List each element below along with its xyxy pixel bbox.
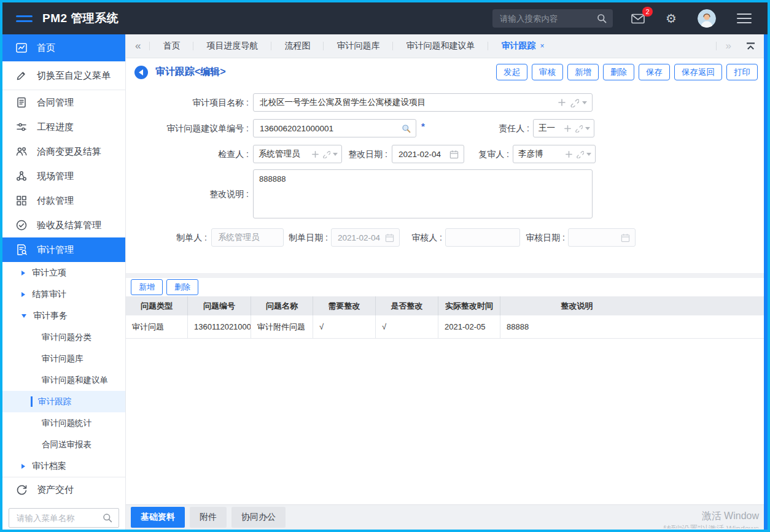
collapse-tabs-icon[interactable] <box>740 42 764 50</box>
column-header: 实际整改时间 <box>438 296 500 315</box>
tab-audit-tracking[interactable]: 审计跟踪 × <box>488 34 557 58</box>
global-search-input[interactable] <box>499 13 597 24</box>
sidebar-item-audit[interactable]: 审计管理 <box>2 237 125 262</box>
network-icon <box>15 170 28 182</box>
review-button[interactable]: 审核 <box>532 64 563 80</box>
sidebar-item-settlement-audit[interactable]: 结算审计 <box>2 283 125 305</box>
sidebar-item-label: 首页 <box>37 42 55 54</box>
plus-icon[interactable] <box>564 125 572 133</box>
column-header: 整改说明 <box>500 296 764 315</box>
tab-audit-issue-library[interactable]: 审计问题库 <box>324 34 392 58</box>
messages-button[interactable]: 2 <box>631 13 645 24</box>
selected-indicator <box>31 396 33 407</box>
reviewer-input[interactable] <box>517 149 562 160</box>
open-tabs-bar: « 首页 项目进度导航 流程图 审计问题库 审计问题和建议单 审计跟踪 × » <box>126 34 764 58</box>
sidebar-item-contract-review-report[interactable]: 合同送审报表 <box>2 434 125 455</box>
initiate-button[interactable]: 发起 <box>496 64 527 80</box>
sidebar-item-label: 审计档案 <box>32 461 66 472</box>
more-menu-button[interactable] <box>737 13 752 23</box>
column-header: 需要整改 <box>313 296 376 315</box>
sidebar-item-acceptance[interactable]: 验收及结算管理 <box>2 213 125 237</box>
doc-search-icon <box>15 244 28 256</box>
tab-audit-issue-suggestion[interactable]: 审计问题和建议单 <box>393 34 488 58</box>
tab-flow-chart[interactable]: 流程图 <box>271 34 323 58</box>
grid-icon <box>15 195 28 207</box>
audit-tracking-form: 审计项目名称 : 审计问题建议单编号 : * 责任人 : <box>126 86 764 273</box>
sidebar-item-audit-archive[interactable]: 审计档案 <box>2 455 125 477</box>
delete-button[interactable]: 删除 <box>603 64 634 80</box>
sidebar-toggle-icon[interactable] <box>16 15 33 22</box>
rectify-note-textarea[interactable]: 888888 <box>253 169 593 218</box>
dropdown-caret-icon[interactable] <box>586 153 591 156</box>
tabs-scroll-right-icon[interactable]: » <box>717 40 740 52</box>
audit-date-input <box>574 233 618 243</box>
sidebar-item-label: 审计问题统计 <box>42 418 91 429</box>
detail-add-button[interactable]: 新增 <box>131 279 163 295</box>
app-window: PM2 管理系统 2 ⚙ <box>0 0 770 532</box>
sidebar-item-negotiation[interactable]: 洽商变更及结算 <box>2 139 125 164</box>
cell-issue-no: 13601120210000 <box>188 315 251 339</box>
sidebar-item-progress[interactable]: 工程进度 <box>2 115 125 139</box>
sidebar-item-custom-menu[interactable]: 切换至自定义菜单 <box>2 61 125 90</box>
audit-date-label: 审核日期 : <box>513 228 565 247</box>
plus-icon[interactable] <box>558 98 566 107</box>
sidebar-item-audit-issue-category[interactable]: 审计问题分类 <box>2 326 125 348</box>
tabs-right-controls: » <box>716 40 764 52</box>
responsible-input[interactable] <box>537 123 561 134</box>
save-return-button[interactable]: 保存返回 <box>674 64 722 80</box>
search-icon[interactable] <box>597 13 607 23</box>
sidebar-item-payment[interactable]: 付款管理 <box>2 188 125 213</box>
sidebar-item-audit-issue-stats[interactable]: 审计问题统计 <box>2 412 125 434</box>
sidebar-item-label: 审计管理 <box>37 244 74 256</box>
unlink-icon[interactable] <box>575 150 584 158</box>
dropdown-caret-icon[interactable] <box>585 127 590 130</box>
sidebar-item-audit-affairs[interactable]: 审计事务 <box>2 305 125 326</box>
suggestion-no-input[interactable] <box>259 123 399 134</box>
column-header: 问题类型 <box>126 296 188 315</box>
sidebar-item-audit-issue-suggestion[interactable]: 审计问题和建议单 <box>2 369 125 391</box>
bottom-tab-collaboration[interactable]: 协同办公 <box>231 507 286 528</box>
tabs-scroll-left-icon[interactable]: « <box>126 40 149 52</box>
bottom-tab-basic-info[interactable]: 基础资料 <box>131 507 185 528</box>
sidebar-item-audit-issue-library[interactable]: 审计问题库 <box>2 348 125 369</box>
lookup-icon[interactable] <box>402 124 411 133</box>
project-name-input[interactable] <box>259 98 554 108</box>
print-button[interactable]: 打印 <box>726 64 758 80</box>
sidebar-item-audit-project[interactable]: 审计立项 <box>2 262 125 283</box>
menu-search-input[interactable] <box>15 513 103 523</box>
add-button[interactable]: 新增 <box>567 64 599 80</box>
sidebar-item-label: 结算审计 <box>32 289 66 300</box>
sidebar-item-label: 合同送审报表 <box>42 439 91 450</box>
tab-label: 首页 <box>163 40 180 52</box>
detail-delete-button[interactable]: 删除 <box>166 279 198 295</box>
sidebar-item-contract[interactable]: 合同管理 <box>2 90 125 115</box>
tab-label: 流程图 <box>284 40 310 52</box>
table-header-row: 问题类型 问题编号 问题名称 需要整改 是否整改 实际整改时间 整改说明 <box>126 296 764 315</box>
back-button[interactable] <box>134 66 148 79</box>
unlink-icon[interactable] <box>569 98 579 107</box>
tab-home[interactable]: 首页 <box>150 34 193 58</box>
reviewer-field <box>513 145 596 163</box>
tab-project-progress-nav[interactable]: 项目进度导航 <box>193 34 271 58</box>
sidebar-item-audit-tracking[interactable]: 审计跟踪 <box>2 391 125 412</box>
save-button[interactable]: 保存 <box>639 64 670 80</box>
window-border-bottom <box>0 530 770 532</box>
table-row[interactable]: 审计问题 13601120210000 审计附件问题 √ √ 2021-02-0… <box>126 315 764 339</box>
audit-date-field <box>568 228 636 247</box>
inspector-input[interactable] <box>257 149 309 160</box>
window-border-left <box>0 0 2 532</box>
plus-icon[interactable] <box>565 150 573 158</box>
close-tab-icon[interactable]: × <box>540 42 544 50</box>
sidebar-item-home[interactable]: 首页 <box>2 34 125 61</box>
back-arrow-icon <box>139 69 143 75</box>
sidebar-item-asset-delivery[interactable]: 资产交付 <box>2 477 125 502</box>
user-avatar[interactable] <box>698 9 716 28</box>
sidebar-item-site[interactable]: 现场管理 <box>2 164 125 188</box>
unlink-icon[interactable] <box>574 124 583 133</box>
rectify-date-input[interactable] <box>397 149 446 160</box>
dropdown-caret-icon[interactable] <box>582 101 587 104</box>
bottom-tab-attachments[interactable]: 附件 <box>190 507 227 528</box>
search-icon[interactable] <box>103 513 112 523</box>
cell-need-rectify: √ <box>313 315 376 339</box>
settings-button[interactable]: ⚙ <box>666 12 677 25</box>
